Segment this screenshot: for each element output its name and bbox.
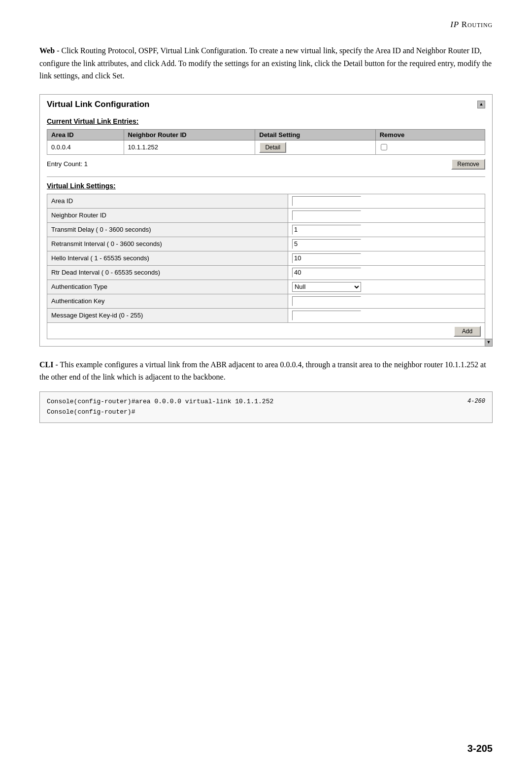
remove-checkbox-container xyxy=(380,143,481,151)
setting-row-auth-key: Authentication Key xyxy=(47,294,485,308)
remove-checkbox[interactable] xyxy=(381,144,387,150)
code-text-1: Console(config-router)#area 0.0.0.0 virt… xyxy=(47,397,273,407)
neighbor-router-id-input[interactable] xyxy=(292,211,361,220)
auth-type-select[interactable]: Null Simple MD5 xyxy=(292,282,361,292)
entry-count-row: Entry Count: 1 Remove xyxy=(47,157,485,172)
entries-table-head: Area ID Neighbor Router ID Detail Settin… xyxy=(47,129,485,140)
setting-value-auth-key xyxy=(288,294,485,308)
entries-table: Area ID Neighbor Router ID Detail Settin… xyxy=(47,129,485,155)
setting-row-rtr-dead-interval: Rtr Dead Interval ( 0 - 65535 seconds) xyxy=(47,265,485,280)
entry-count-label: Entry Count: 1 xyxy=(47,160,88,168)
setting-label-auth-key: Authentication Key xyxy=(47,294,288,308)
detail-button[interactable]: Detail xyxy=(259,142,286,153)
remove-button[interactable]: Remove xyxy=(451,159,485,170)
setting-value-area-id xyxy=(288,194,485,208)
intro-text-body: - Click Routing Protocol, OSPF, Virtual … xyxy=(39,46,492,80)
transmit-delay-input[interactable] xyxy=(292,225,361,235)
setting-label-neighbor-router-id: Neighbor Router ID xyxy=(47,208,288,222)
header-ip: IP xyxy=(450,20,459,29)
setting-value-transmit-delay xyxy=(288,222,485,237)
cell-area-id: 0.0.0.4 xyxy=(47,140,124,154)
settings-table-body: Area ID Neighbor Router ID xyxy=(47,194,485,322)
auth-key-input[interactable] xyxy=(292,296,361,306)
setting-label-message-digest: Message Digest Key-id (0 - 255) xyxy=(47,308,288,322)
intro-bold: Web xyxy=(39,46,55,55)
entries-header-row: Area ID Neighbor Router ID Detail Settin… xyxy=(47,129,485,140)
virtual-link-config-box: Virtual Link Configuration ▲ Current Vir… xyxy=(39,94,493,347)
page-number: 3-205 xyxy=(467,743,493,754)
vlc-content: Current Virtual Link Entries: Area ID Ne… xyxy=(40,112,492,346)
cell-remove-checkbox xyxy=(375,140,485,154)
cell-neighbor-router-id: 10.1.1.252 xyxy=(124,140,255,154)
cli-paragraph: CLI - This example configures a virtual … xyxy=(39,358,493,384)
setting-value-auth-type: Null Simple MD5 xyxy=(288,280,485,294)
col-header-remove: Remove xyxy=(375,129,485,140)
setting-label-auth-type: Authentication Type xyxy=(47,280,288,294)
code-block: Console(config-router)#area 0.0.0.0 virt… xyxy=(39,391,493,423)
setting-label-retransmit-interval: Retransmit Interval ( 0 - 3600 seconds) xyxy=(47,237,288,251)
setting-label-hello-interval: Hello Interval ( 1 - 65535 seconds) xyxy=(47,251,288,265)
setting-row-neighbor-router-id: Neighbor Router ID xyxy=(47,208,485,222)
setting-row-auth-type: Authentication Type Null Simple MD5 xyxy=(47,280,485,294)
down-arrow-icon: ▼ xyxy=(487,340,491,345)
scrollbar-up-button[interactable]: ▲ xyxy=(477,101,485,108)
setting-value-hello-interval xyxy=(288,251,485,265)
code-comment-1: 4-260 xyxy=(467,397,485,407)
setting-value-neighbor-router-id xyxy=(288,208,485,222)
cli-text-body: - This example configures a virtual link… xyxy=(39,360,486,382)
setting-row-area-id: Area ID xyxy=(47,194,485,208)
code-line-1: Console(config-router)#area 0.0.0.0 virt… xyxy=(47,397,485,407)
col-header-neighbor-router-id: Neighbor Router ID xyxy=(124,129,255,140)
cell-detail-setting: Detail xyxy=(255,140,375,154)
retransmit-interval-input[interactable] xyxy=(292,239,361,249)
setting-value-rtr-dead-interval xyxy=(288,265,485,280)
scrollbar-down-button[interactable]: ▼ xyxy=(485,339,493,347)
page-header: IP Routing xyxy=(39,20,493,30)
code-text-2: Console(config-router)# xyxy=(47,407,135,418)
rtr-dead-interval-input[interactable] xyxy=(292,268,361,278)
add-button[interactable]: Add xyxy=(454,326,481,337)
setting-value-message-digest xyxy=(288,308,485,322)
setting-row-message-digest: Message Digest Key-id (0 - 255) xyxy=(47,308,485,322)
add-button-row: Add xyxy=(47,323,485,339)
code-line-2: Console(config-router)# xyxy=(47,407,485,418)
vlc-box-header: Virtual Link Configuration ▲ xyxy=(40,95,492,112)
intro-paragraph: Web - Click Routing Protocol, OSPF, Virt… xyxy=(39,44,493,82)
vlc-title: Virtual Link Configuration xyxy=(47,100,149,109)
settings-label: Virtual Link Settings: xyxy=(47,182,485,190)
settings-table: Area ID Neighbor Router ID xyxy=(47,194,485,323)
current-entries-label: Current Virtual Link Entries: xyxy=(47,117,485,125)
table-row: 0.0.0.4 10.1.1.252 Detail xyxy=(47,140,485,154)
cli-bold: CLI xyxy=(39,360,53,369)
setting-row-hello-interval: Hello Interval ( 1 - 65535 seconds) xyxy=(47,251,485,265)
setting-label-transmit-delay: Transmit Delay ( 0 - 3600 seconds) xyxy=(47,222,288,237)
area-id-input[interactable] xyxy=(292,196,361,206)
hello-interval-input[interactable] xyxy=(292,253,361,263)
entries-table-body: 0.0.0.4 10.1.1.252 Detail xyxy=(47,140,485,154)
col-header-detail-setting: Detail Setting xyxy=(255,129,375,140)
section-divider xyxy=(47,176,485,177)
setting-row-transmit-delay: Transmit Delay ( 0 - 3600 seconds) xyxy=(47,222,485,237)
message-digest-input[interactable] xyxy=(292,311,361,320)
setting-label-rtr-dead-interval: Rtr Dead Interval ( 0 - 65535 seconds) xyxy=(47,265,288,280)
header-routing: Routing xyxy=(462,20,493,29)
col-header-area-id: Area ID xyxy=(47,129,124,140)
setting-row-retransmit-interval: Retransmit Interval ( 0 - 3600 seconds) xyxy=(47,237,485,251)
up-arrow-icon: ▲ xyxy=(479,102,484,106)
setting-label-area-id: Area ID xyxy=(47,194,288,208)
setting-value-retransmit-interval xyxy=(288,237,485,251)
